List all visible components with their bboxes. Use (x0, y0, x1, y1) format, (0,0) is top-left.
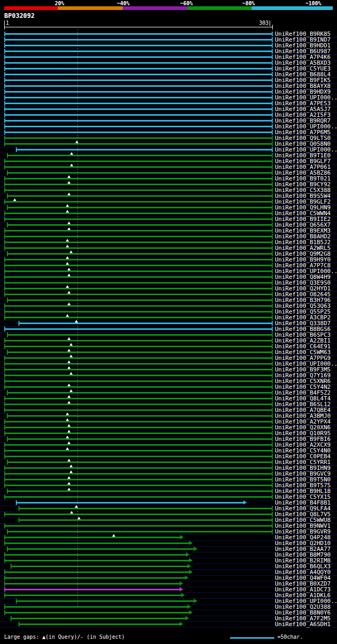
alignment-bar[interactable] (4, 270, 273, 272)
alignment-bar[interactable] (7, 253, 273, 255)
alignment-bar[interactable] (4, 137, 273, 139)
alignment-bar[interactable] (4, 103, 273, 104)
alignment-bar[interactable] (7, 351, 273, 353)
alignment-bar[interactable] (4, 91, 273, 93)
alignment-bar[interactable] (4, 305, 273, 307)
alignment-bar[interactable] (4, 85, 273, 87)
alignment-bar[interactable] (7, 334, 273, 336)
alignment-bar-arrow[interactable] (4, 577, 185, 579)
alignment-bar[interactable] (4, 311, 273, 313)
alignment-bar[interactable] (4, 51, 273, 52)
alignment-bar[interactable] (4, 247, 273, 249)
alignment-bar-arrow[interactable] (7, 548, 194, 550)
alignment-bar[interactable] (7, 415, 273, 417)
alignment-bar[interactable] (4, 132, 273, 133)
alignment-bar[interactable] (4, 189, 273, 191)
alignment-bar[interactable] (4, 79, 273, 81)
alignment-row[interactable]: UniRef100_A6SDH1 (0, 621, 337, 628)
alignment-bar[interactable] (4, 375, 273, 376)
alignment-bar[interactable] (4, 213, 273, 214)
alignment-bar[interactable] (7, 461, 273, 463)
alignment-bar[interactable] (7, 438, 273, 440)
alignment-bar[interactable] (4, 56, 273, 58)
alignment-bar[interactable] (4, 427, 273, 428)
alignment-bar[interactable] (4, 328, 273, 330)
alignment-bar[interactable] (4, 380, 273, 382)
alignment-bar[interactable] (7, 224, 273, 226)
alignment-bar[interactable] (4, 398, 273, 399)
alignment-bar[interactable] (4, 496, 273, 498)
alignment-bar-arrow[interactable] (4, 595, 181, 596)
alignment-bar[interactable] (4, 166, 273, 168)
alignment-bar[interactable] (4, 108, 273, 110)
alignment-bar-arrow[interactable] (11, 566, 187, 567)
alignment-bar[interactable] (4, 369, 273, 370)
alignment-bar[interactable] (4, 282, 273, 284)
alignment-bar-arrow[interactable] (4, 554, 186, 556)
alignment-bar[interactable] (4, 218, 273, 220)
alignment-bar[interactable] (4, 404, 273, 405)
alignment-bar[interactable] (4, 409, 273, 411)
hit-label[interactable]: UniRef100_A6SDH1 (275, 621, 331, 627)
alignment-bar[interactable] (16, 149, 273, 150)
alignment-bar[interactable] (18, 508, 273, 509)
alignment-bar[interactable] (4, 201, 273, 203)
alignment-bar[interactable] (4, 514, 273, 515)
alignment-bar[interactable] (7, 195, 273, 197)
alignment-bar[interactable] (4, 450, 273, 451)
alignment-bar-arrow[interactable] (16, 502, 243, 504)
alignment-bar[interactable] (4, 230, 273, 232)
alignment-bar[interactable] (4, 143, 273, 145)
alignment-bar-arrow[interactable] (16, 600, 194, 602)
alignment-bar[interactable] (4, 178, 273, 179)
alignment-bar[interactable] (4, 444, 273, 446)
alignment-bar[interactable] (4, 265, 273, 266)
alignment-bar[interactable] (4, 114, 273, 116)
alignment-bar-arrow[interactable] (4, 606, 187, 608)
alignment-bar[interactable] (4, 467, 273, 469)
alignment-bar[interactable] (4, 68, 273, 69)
alignment-bar[interactable] (7, 155, 273, 156)
alignment-bar-arrow[interactable] (4, 560, 189, 561)
alignment-bar[interactable] (4, 160, 273, 162)
alignment-bar[interactable] (4, 62, 273, 64)
alignment-bar[interactable] (4, 456, 273, 457)
alignment-bar[interactable] (7, 207, 273, 208)
alignment-bar[interactable] (4, 126, 273, 127)
alignment-bar[interactable] (7, 172, 273, 174)
alignment-bar[interactable] (4, 184, 273, 185)
alignment-bar[interactable] (4, 525, 273, 527)
alignment-bar-arrow[interactable] (4, 589, 180, 590)
alignment-bar-arrow[interactable] (11, 618, 186, 619)
alignment-bar-arrow[interactable] (4, 612, 189, 613)
alignment-bar-arrow[interactable] (4, 571, 189, 573)
alignment-bar[interactable] (4, 479, 273, 480)
alignment-bar[interactable] (4, 120, 273, 122)
alignment-bar-arrow[interactable] (4, 537, 180, 538)
alignment-bar[interactable] (4, 276, 273, 278)
alignment-bar[interactable] (4, 432, 273, 434)
alignment-bar[interactable] (4, 39, 273, 41)
alignment-bar[interactable] (4, 259, 273, 260)
alignment-bar[interactable] (4, 236, 273, 237)
alignment-bar[interactable] (18, 323, 273, 324)
alignment-bar[interactable] (4, 357, 273, 359)
alignment-bar[interactable] (4, 340, 273, 341)
alignment-bar[interactable] (4, 363, 273, 365)
alignment-bar[interactable] (4, 288, 273, 289)
alignment-bar[interactable] (7, 531, 273, 532)
alignment-bar[interactable] (7, 299, 273, 301)
alignment-bar[interactable] (4, 97, 273, 98)
alignment-bar[interactable] (4, 485, 273, 486)
alignment-bar[interactable] (4, 45, 273, 46)
alignment-bar[interactable] (7, 392, 273, 394)
alignment-bar[interactable] (4, 421, 273, 422)
alignment-bar[interactable] (4, 386, 273, 388)
alignment-bar[interactable] (4, 473, 273, 475)
alignment-bar[interactable] (4, 242, 273, 243)
alignment-bar-arrow[interactable] (4, 583, 180, 585)
alignment-bar[interactable] (18, 519, 273, 521)
alignment-bar[interactable] (4, 346, 273, 347)
alignment-bar[interactable] (7, 490, 273, 492)
alignment-bar[interactable] (4, 294, 273, 295)
